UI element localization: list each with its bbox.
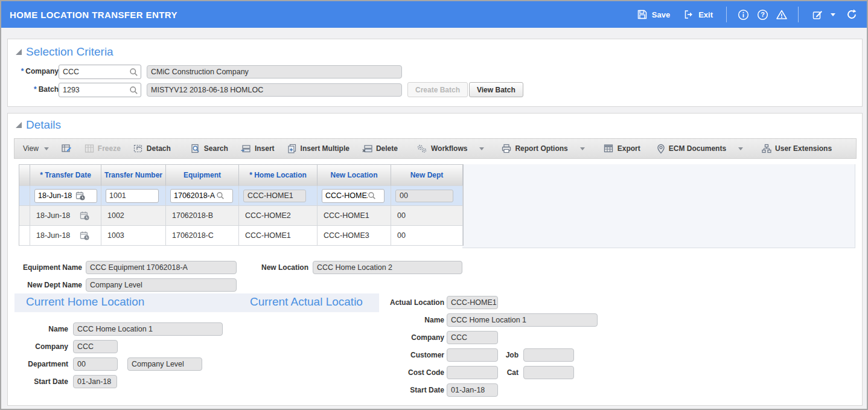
home-start-date-field: 01-Jan-18	[73, 375, 117, 388]
home-department-name-field: Company Level	[127, 357, 202, 371]
column-header[interactable]: Equipment	[166, 165, 239, 186]
export-button[interactable]: Export	[604, 144, 640, 153]
insert-multiple-icon	[287, 144, 297, 153]
caret-down-icon	[479, 147, 484, 150]
date-box	[34, 189, 97, 203]
company-description-field: CMiC Construction Company	[147, 65, 402, 78]
save-icon	[637, 9, 648, 20]
exit-icon	[683, 9, 694, 20]
equipment-cell: 17062018-B	[166, 206, 239, 226]
transfer-date-cell: 18-Jun-18	[30, 226, 101, 246]
search-icon[interactable]	[216, 191, 225, 200]
create-batch-button[interactable]: Create Batch	[407, 82, 468, 97]
user-extensions-icon	[762, 144, 771, 153]
details-header[interactable]: Details	[16, 118, 61, 132]
save-button[interactable]: Save	[633, 7, 674, 22]
column-header[interactable]: * Transfer Date	[30, 165, 101, 186]
delete-button[interactable]: Delete	[362, 144, 398, 153]
new-dept-cell: 00	[391, 186, 463, 206]
titlebar: HOME LOCATION TRANSFER ENTRY Save Exit ?	[1, 1, 867, 28]
transfer-date-input[interactable]	[38, 191, 75, 200]
actual-location-field: CCC-HOME1	[447, 296, 498, 309]
calendar-icon[interactable]	[80, 211, 90, 221]
company-label: *Company	[13, 65, 59, 78]
new-location-label: New Location	[237, 261, 308, 274]
new-location-cell	[318, 186, 391, 206]
help-icon[interactable]: ?	[756, 8, 769, 21]
section-heading: Selection Criteria	[26, 45, 113, 59]
actual-start-date-label: Start Date	[370, 383, 444, 397]
table-row[interactable]: 18-Jun-18 1002 17062018-B CCC-HOME2 CCC-…	[19, 206, 463, 226]
batch-input[interactable]	[63, 86, 129, 94]
view-format-icon[interactable]	[62, 144, 72, 153]
calendar-icon[interactable]	[80, 231, 90, 241]
equipment-name-field: CCC Equipment 17062018-A	[86, 261, 237, 274]
home-name-label: Name	[13, 322, 68, 336]
table-row[interactable]: CCC-HOME1 00	[19, 186, 463, 206]
view-batch-button[interactable]: View Batch	[469, 82, 523, 97]
actual-company-field: CCC	[447, 331, 498, 344]
actual-company-label: Company	[370, 331, 444, 344]
search-button[interactable]: Search	[191, 144, 228, 153]
actual-cat-field	[523, 366, 574, 379]
search-icon[interactable]	[368, 191, 376, 200]
batch-label: *Batch	[13, 83, 59, 96]
transfer-number-input[interactable]	[106, 189, 159, 203]
new-dept-name-field: Company Level	[86, 278, 237, 292]
actual-cost-code-label: Cost Code	[370, 366, 444, 379]
user-extensions-button[interactable]: User Extensions	[762, 144, 832, 153]
row-selector[interactable]	[19, 206, 30, 226]
row-selector[interactable]	[19, 226, 30, 246]
equipment-input[interactable]	[174, 191, 216, 200]
actual-customer-label: Customer	[370, 348, 444, 362]
refresh-icon[interactable]	[845, 8, 858, 21]
transfers-table: * Transfer Date Transfer Number Equipmen…	[19, 164, 464, 246]
actual-cat-label: Cat	[485, 366, 519, 379]
new-location-input[interactable]	[325, 191, 368, 200]
home-company-label: Company	[13, 340, 68, 353]
titlebar-separator	[726, 7, 727, 22]
caret-down-icon	[831, 13, 835, 16]
selection-criteria-header[interactable]: Selection Criteria	[16, 45, 113, 59]
equipment-cell: 17062018-C	[166, 226, 239, 246]
insert-button[interactable]: Insert	[241, 144, 275, 153]
titlebar-actions: Save Exit ?	[633, 7, 858, 23]
table-row[interactable]: 18-Jun-18 1003 17062018-C CCC-HOME1 CCC-…	[19, 226, 463, 246]
home-name-field: CCC Home Location 1	[73, 322, 223, 336]
actual-location-label: Actual Location	[370, 296, 444, 309]
freeze-button[interactable]: Freeze	[85, 144, 121, 153]
freeze-icon	[85, 144, 94, 153]
insert-multiple-button[interactable]: Insert Multiple	[287, 144, 349, 153]
page-title: HOME LOCATION TRANSFER ENTRY	[10, 10, 177, 20]
page-body: Selection Criteria *Company CMiC Constru…	[1, 28, 868, 410]
row-selector[interactable]	[19, 186, 30, 206]
detach-button[interactable]: Detach	[133, 144, 171, 153]
edit-menu-button[interactable]	[808, 7, 839, 23]
column-header[interactable]: * Home Location	[239, 165, 318, 186]
warning-icon[interactable]	[775, 8, 788, 21]
column-header[interactable]: New Dept	[391, 165, 463, 186]
table-header-row: * Transfer Date Transfer Number Equipmen…	[19, 165, 463, 186]
report-options-menu[interactable]: Report Options	[502, 144, 584, 153]
equipment-name-label: Equipment Name	[13, 261, 82, 274]
column-header[interactable]: New Location	[318, 165, 391, 186]
search-icon[interactable]	[129, 68, 138, 77]
workflows-icon	[416, 144, 427, 153]
detach-icon	[133, 144, 143, 153]
delete-icon	[362, 144, 372, 153]
new-dept-cell: 00	[391, 226, 463, 246]
column-header[interactable]: Transfer Number	[101, 165, 166, 186]
workflows-menu[interactable]: Workflows	[416, 144, 484, 153]
home-start-date-label: Start Date	[13, 375, 68, 388]
ecm-documents-menu[interactable]: ECM Documents	[657, 144, 743, 154]
view-menu[interactable]: View	[23, 144, 49, 153]
home-location-cell: CCC-HOME1	[239, 186, 318, 206]
caret-down-icon	[580, 147, 585, 150]
exit-button[interactable]: Exit	[680, 7, 716, 22]
company-input[interactable]	[63, 68, 129, 76]
new-location-field: CCC Home Location 2	[313, 261, 462, 274]
info-icon[interactable]	[736, 8, 750, 21]
calendar-icon[interactable]	[75, 191, 86, 201]
search-icon[interactable]	[129, 86, 138, 95]
disclosure-icon	[16, 122, 22, 128]
